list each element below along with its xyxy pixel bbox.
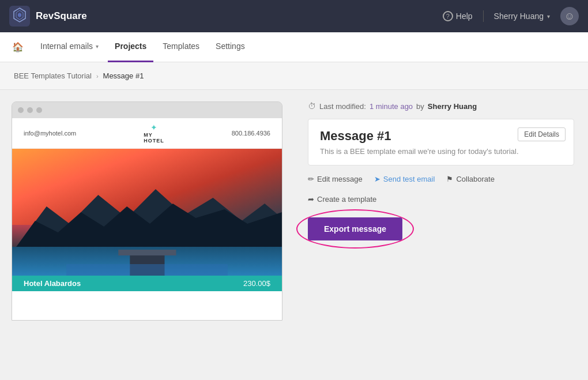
- user-menu-button[interactable]: Sherry Huang ▾: [494, 12, 550, 21]
- workspace-chevron-icon: ▾: [96, 43, 99, 50]
- breadcrumb-parent[interactable]: BEE Templates Tutorial: [14, 72, 92, 80]
- email-hero-image: [12, 149, 282, 276]
- avatar[interactable]: ☺: [560, 7, 579, 25]
- app-name: RevSquare: [36, 10, 87, 22]
- action-links: ✏ Edit message ➤ Send test email ⚑ Colla…: [308, 175, 574, 204]
- modified-by-prefix: by: [416, 102, 424, 111]
- tab-settings-label: Settings: [216, 42, 245, 51]
- message-card: Edit Details Message #1 This is a BEE te…: [308, 119, 574, 165]
- last-modified-info: ⏱ Last modified: 1 minute ago by Sherry …: [308, 101, 574, 111]
- main-content: info@myhotel.com ✦ MYHOTEL 800.186.4936: [0, 90, 588, 380]
- template-icon: ➦: [308, 195, 314, 204]
- help-button[interactable]: ? Help: [443, 11, 473, 21]
- home-button[interactable]: 🏠: [9, 39, 27, 56]
- svg-rect-8: [66, 264, 228, 276]
- help-circle-icon: ?: [443, 11, 453, 21]
- browser-bar: [12, 102, 282, 118]
- edit-message-label: Edit message: [317, 175, 363, 183]
- edit-details-button[interactable]: Edit Details: [518, 127, 566, 141]
- nav-brand: RevSquare: [9, 6, 87, 27]
- browser-dot-1: [18, 107, 24, 113]
- top-navigation: RevSquare ? Help Sherry Huang ▾ ☺: [0, 0, 588, 32]
- tab-templates[interactable]: Templates: [156, 32, 206, 62]
- edit-message-link[interactable]: ✏ Edit message: [308, 175, 363, 183]
- sub-navigation: 🏠 Internal emails ▾ Projects Templates S…: [0, 32, 588, 62]
- hotel-logo: ✦ MYHOTEL: [144, 123, 164, 144]
- dock-svg: [66, 250, 228, 276]
- export-message-button[interactable]: Export message: [308, 217, 402, 240]
- tab-settings[interactable]: Settings: [209, 32, 252, 62]
- export-area: Export message: [308, 217, 402, 240]
- tab-projects-label: Projects: [115, 42, 146, 51]
- modified-time: 1 minute ago: [370, 102, 413, 111]
- workspace-label: Internal emails: [40, 42, 93, 51]
- email-info-address: info@myhotel.com: [24, 130, 76, 137]
- create-template-label: Create a template: [317, 195, 376, 204]
- email-phone: 800.186.4936: [232, 130, 270, 137]
- clock-icon: ⏱: [308, 101, 316, 111]
- hotel-footer-price: 230.00$: [243, 279, 270, 288]
- email-header: info@myhotel.com ✦ MYHOTEL 800.186.4936: [12, 118, 282, 149]
- svg-rect-6: [118, 250, 176, 255]
- browser-frame: info@myhotel.com ✦ MYHOTEL 800.186.4936: [12, 101, 282, 321]
- hotel-footer-name: Hotel Alabardos: [24, 279, 81, 288]
- email-preview-panel: info@myhotel.com ✦ MYHOTEL 800.186.4936: [0, 90, 294, 380]
- create-template-link[interactable]: ➦ Create a template: [308, 195, 376, 204]
- send-icon: ➤: [374, 175, 380, 183]
- nav-divider: [483, 10, 484, 22]
- collaborate-icon: ⚑: [446, 175, 453, 183]
- breadcrumb-current: Message #1: [103, 72, 144, 80]
- nav-right: ? Help Sherry Huang ▾ ☺: [443, 7, 579, 25]
- mountains-svg: [12, 183, 282, 253]
- email-preview-content: info@myhotel.com ✦ MYHOTEL 800.186.4936: [12, 118, 282, 321]
- send-test-link[interactable]: ➤ Send test email: [374, 175, 435, 183]
- send-test-label: Send test email: [383, 175, 435, 183]
- user-name: Sherry Huang: [494, 12, 544, 21]
- hotel-crown-icon: ✦: [150, 123, 157, 132]
- tab-projects[interactable]: Projects: [108, 32, 153, 62]
- last-modified-prefix: Last modified:: [319, 102, 366, 111]
- workspace-selector[interactable]: Internal emails ▾: [33, 32, 105, 62]
- browser-dot-2: [27, 107, 33, 113]
- browser-dot-3: [36, 107, 42, 113]
- hotel-logo-text: MYHOTEL: [144, 132, 164, 144]
- breadcrumb-separator: ›: [96, 73, 99, 80]
- logo-icon: [9, 6, 30, 27]
- pencil-icon: ✏: [308, 175, 314, 183]
- chevron-down-icon: ▾: [547, 13, 550, 20]
- breadcrumb: BEE Templates Tutorial › Message #1: [0, 62, 588, 90]
- message-description: This is a BEE template email we're using…: [320, 147, 562, 156]
- info-panel: ⏱ Last modified: 1 minute ago by Sherry …: [294, 90, 588, 380]
- collaborate-link[interactable]: ⚑ Collaborate: [446, 175, 495, 183]
- email-footer: Hotel Alabardos 230.00$: [12, 276, 282, 291]
- collaborate-label: Collaborate: [456, 175, 495, 183]
- tab-templates-label: Templates: [163, 42, 199, 51]
- help-label: Help: [456, 12, 473, 21]
- modified-user: Sherry Huang: [428, 102, 477, 111]
